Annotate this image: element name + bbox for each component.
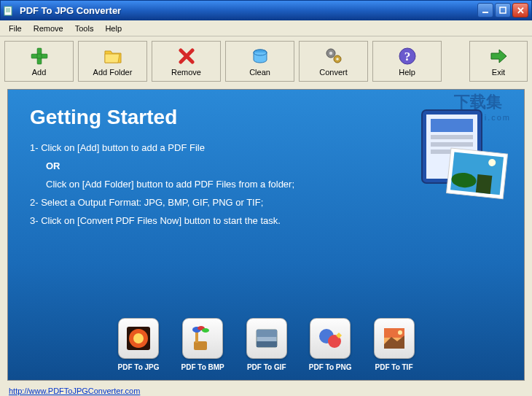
remove-icon — [176, 46, 197, 66]
exit-label: Exit — [492, 68, 505, 77]
tif-icon — [374, 318, 415, 359]
footer: http://www.PDFToJPGConverter.com — [0, 384, 532, 396]
menubar: File Remove Tools Help — [0, 20, 532, 36]
jpg-label: PDF To JPG — [117, 363, 159, 371]
format-buttons: PDF To JPG PDF To BMP PDF To GIF PDF To … — [8, 318, 524, 371]
svg-rect-35 — [257, 341, 277, 347]
format-gif[interactable]: PDF To GIF — [246, 318, 287, 371]
window-controls: ✕ — [477, 3, 528, 18]
footer-link[interactable]: http://www.PDFToJPGConverter.com — [9, 387, 140, 395]
menu-remove[interactable]: Remove — [28, 23, 69, 34]
add-folder-label: Add Folder — [93, 68, 133, 77]
svg-point-40 — [398, 330, 402, 335]
clean-label: Clean — [249, 68, 270, 77]
clean-icon — [250, 46, 270, 66]
convert-label: Convert — [319, 68, 348, 77]
svg-point-10 — [329, 52, 332, 55]
exit-arrow-icon — [488, 46, 509, 66]
help-button[interactable]: ? Help — [372, 41, 442, 82]
help-icon: ? — [397, 46, 418, 66]
format-jpg[interactable]: PDF To JPG — [117, 318, 159, 371]
svg-text:?: ? — [404, 50, 410, 63]
format-bmp[interactable]: PDF To BMP — [181, 318, 224, 371]
format-tif[interactable]: PDF To TIF — [374, 318, 415, 371]
svg-rect-1 — [482, 12, 488, 13]
tif-label: PDF To TIF — [375, 363, 412, 371]
png-label: PDF To PNG — [309, 363, 352, 371]
welcome-panel: 下载集 www.xzji.com Getting Started 1- Clic… — [7, 89, 525, 381]
help-label: Help — [399, 68, 415, 77]
menu-tools[interactable]: Tools — [69, 23, 100, 34]
step-3: 3- Click on [Convert PDF Files Now] butt… — [30, 215, 502, 226]
menu-file[interactable]: File — [3, 23, 28, 34]
maximize-button[interactable] — [495, 3, 511, 18]
app-icon — [4, 4, 15, 16]
format-png[interactable]: PDF To PNG — [309, 318, 352, 371]
minimize-button[interactable] — [477, 3, 493, 18]
titlebar: PDF To JPG Converter ✕ — [0, 0, 532, 20]
svg-rect-4 — [31, 54, 47, 58]
svg-rect-0 — [4, 7, 12, 15]
gif-icon — [246, 318, 287, 359]
gif-label: PDF To GIF — [247, 363, 286, 371]
png-icon — [310, 318, 351, 359]
svg-rect-24 — [476, 174, 493, 194]
plus-icon — [29, 46, 50, 66]
svg-point-28 — [133, 333, 144, 343]
add-label: Add — [32, 68, 47, 77]
svg-rect-34 — [257, 330, 277, 337]
clean-button[interactable]: Clean — [225, 41, 294, 82]
jpg-icon — [118, 318, 159, 359]
bmp-label: PDF To BMP — [181, 363, 224, 371]
svg-rect-19 — [431, 142, 473, 147]
window-title: PDF To JPG Converter — [20, 5, 121, 16]
remove-label: Remove — [171, 68, 201, 77]
close-button[interactable]: ✕ — [512, 3, 528, 18]
svg-point-32 — [202, 328, 209, 333]
convert-button[interactable]: Convert — [299, 41, 368, 82]
add-folder-button[interactable]: Add Folder — [78, 41, 147, 82]
remove-button[interactable]: Remove — [152, 41, 221, 82]
folder-icon — [103, 46, 123, 66]
exit-button[interactable]: Exit — [469, 41, 528, 82]
gear-icon — [324, 46, 344, 66]
svg-point-12 — [336, 58, 339, 61]
svg-rect-18 — [431, 135, 473, 139]
menu-help[interactable]: Help — [99, 23, 128, 34]
add-button[interactable]: Add — [4, 41, 74, 82]
hero-graphic — [378, 104, 509, 214]
bmp-icon — [182, 318, 223, 359]
svg-rect-17 — [431, 119, 473, 132]
toolbar: Add Add Folder Remove Clean Convert ? He… — [0, 36, 532, 86]
svg-rect-2 — [500, 7, 506, 13]
